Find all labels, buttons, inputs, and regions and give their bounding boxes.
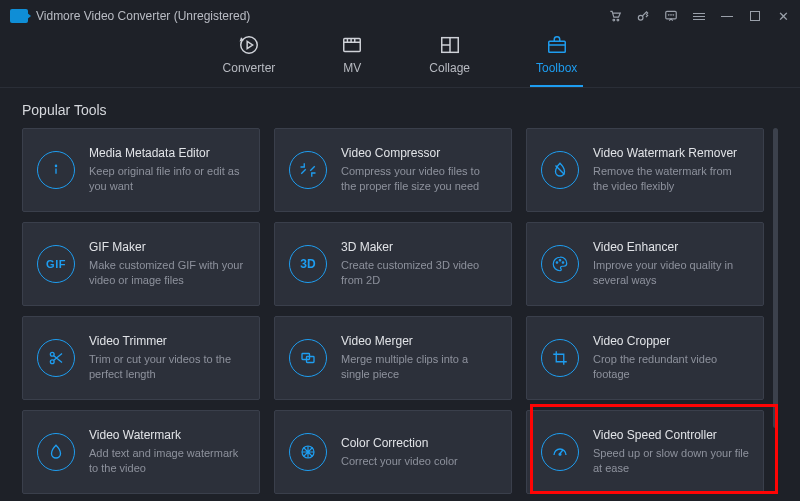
tool-title: GIF Maker: [89, 240, 245, 254]
maximize-icon[interactable]: [748, 9, 762, 23]
tool-desc: Speed up or slow down your file at ease: [593, 446, 749, 476]
3d-icon: 3D: [289, 245, 327, 283]
tools-grid-wrap: Media Metadata Editor Keep original file…: [22, 128, 778, 501]
svg-rect-8: [344, 39, 361, 52]
tool-desc: Add text and image watermark to the vide…: [89, 446, 245, 476]
section-title: Popular Tools: [22, 102, 778, 118]
tab-label: MV: [343, 61, 361, 75]
svg-point-2: [638, 15, 643, 20]
tool-desc: Merge multiple clips into a single piece: [341, 352, 497, 382]
svg-point-20: [559, 453, 561, 455]
tool-video-merger[interactable]: Video Merger Merge multiple clips into a…: [274, 316, 512, 400]
tab-collage[interactable]: Collage: [423, 32, 476, 83]
tool-desc: Create customized 3D video from 2D: [341, 258, 497, 288]
app-logo-icon: [10, 9, 28, 23]
tool-3d-maker[interactable]: 3D 3D Maker Create customized 3D video f…: [274, 222, 512, 306]
gif-icon: GIF: [37, 245, 75, 283]
svg-point-4: [668, 15, 669, 16]
tool-title: Media Metadata Editor: [89, 146, 245, 160]
main-tabs: Converter MV Collage Toolbox: [0, 32, 800, 87]
cart-icon[interactable]: [608, 9, 622, 23]
key-icon[interactable]: [636, 9, 650, 23]
crop-icon: [541, 339, 579, 377]
tool-color-correction[interactable]: Color Correction Correct your video colo…: [274, 410, 512, 494]
app-title: Vidmore Video Converter (Unregistered): [36, 9, 250, 23]
tab-label: Converter: [223, 61, 276, 75]
svg-point-0: [613, 19, 615, 21]
tool-desc: Remove the watermark from the video flex…: [593, 164, 749, 194]
tool-desc: Trim or cut your videos to the perfect l…: [89, 352, 245, 382]
watermark-remove-icon: [541, 151, 579, 189]
svg-point-16: [50, 360, 54, 364]
svg-point-11: [55, 165, 56, 166]
speed-icon: [541, 433, 579, 471]
tool-gif-maker[interactable]: GIF GIF Maker Make customized GIF with y…: [22, 222, 260, 306]
close-icon[interactable]: ✕: [776, 9, 790, 23]
tool-title: Video Trimmer: [89, 334, 245, 348]
tool-title: Video Merger: [341, 334, 497, 348]
menu-icon[interactable]: [692, 9, 706, 23]
tool-desc: Crop the redundant video footage: [593, 352, 749, 382]
compress-icon: [289, 151, 327, 189]
tool-title: Video Compressor: [341, 146, 497, 160]
tool-video-watermark-remover[interactable]: Video Watermark Remover Remove the water…: [526, 128, 764, 212]
tool-desc: Compress your video files to the proper …: [341, 164, 497, 194]
palette-icon: [541, 245, 579, 283]
popular-tools-section: Popular Tools Media Metadata Editor Keep…: [0, 88, 800, 501]
svg-point-6: [673, 15, 674, 16]
tab-label: Collage: [429, 61, 470, 75]
tool-title: Video Watermark: [89, 428, 245, 442]
svg-point-1: [617, 19, 619, 21]
tool-title: 3D Maker: [341, 240, 497, 254]
tool-title: Color Correction: [341, 436, 458, 450]
svg-point-14: [562, 262, 564, 264]
svg-point-12: [556, 262, 558, 264]
tool-desc: Keep original file info or edit as you w…: [89, 164, 245, 194]
tool-title: Video Speed Controller: [593, 428, 749, 442]
tab-toolbox[interactable]: Toolbox: [530, 32, 583, 83]
tool-video-enhancer[interactable]: Video Enhancer Improve your video qualit…: [526, 222, 764, 306]
color-icon: [289, 433, 327, 471]
tool-title: Video Enhancer: [593, 240, 749, 254]
tool-video-cropper[interactable]: Video Cropper Crop the redundant video f…: [526, 316, 764, 400]
tool-video-watermark[interactable]: Video Watermark Add text and image water…: [22, 410, 260, 494]
svg-point-13: [559, 260, 561, 262]
titlebar-right: ✕: [608, 9, 790, 23]
tools-grid: Media Metadata Editor Keep original file…: [22, 128, 778, 494]
tab-label: Toolbox: [536, 61, 577, 75]
tool-title: Video Watermark Remover: [593, 146, 749, 160]
tool-title: Video Cropper: [593, 334, 749, 348]
tool-video-speed-controller[interactable]: Video Speed Controller Speed up or slow …: [526, 410, 764, 494]
tool-desc: Make customized GIF with your video or i…: [89, 258, 245, 288]
titlebar: Vidmore Video Converter (Unregistered) ✕: [0, 0, 800, 28]
tool-media-metadata-editor[interactable]: Media Metadata Editor Keep original file…: [22, 128, 260, 212]
scissors-icon: [37, 339, 75, 377]
minimize-icon[interactable]: [720, 9, 734, 23]
svg-rect-10: [548, 41, 565, 52]
tab-converter[interactable]: Converter: [217, 32, 282, 83]
titlebar-left: Vidmore Video Converter (Unregistered): [10, 9, 250, 23]
feedback-icon[interactable]: [664, 9, 678, 23]
svg-point-5: [671, 15, 672, 16]
scrollbar-track[interactable]: [773, 128, 778, 501]
info-icon: [37, 151, 75, 189]
svg-point-15: [50, 352, 54, 356]
tool-video-compressor[interactable]: Video Compressor Compress your video fil…: [274, 128, 512, 212]
merge-icon: [289, 339, 327, 377]
tab-mv[interactable]: MV: [335, 32, 369, 83]
tool-desc: Correct your video color: [341, 454, 458, 469]
tool-desc: Improve your video quality in several wa…: [593, 258, 749, 288]
scrollbar-thumb[interactable]: [773, 128, 778, 428]
tool-video-trimmer[interactable]: Video Trimmer Trim or cut your videos to…: [22, 316, 260, 400]
watermark-icon: [37, 433, 75, 471]
